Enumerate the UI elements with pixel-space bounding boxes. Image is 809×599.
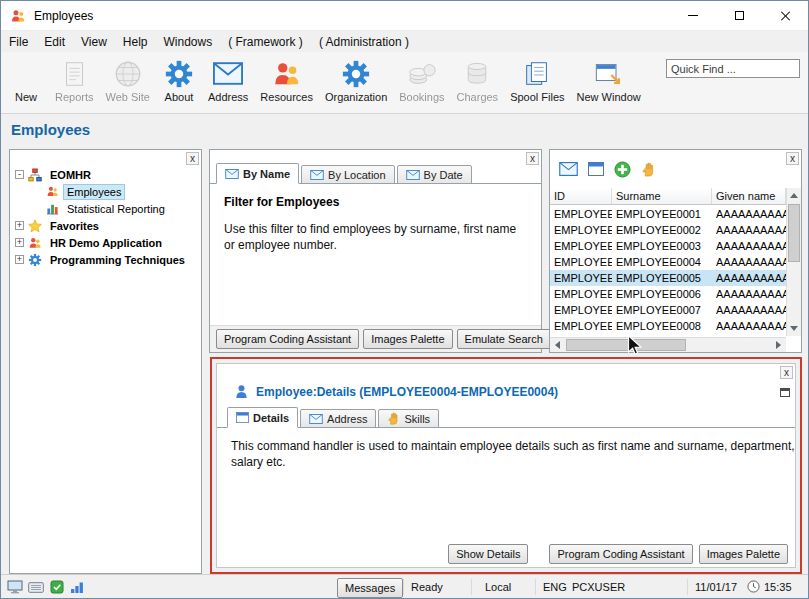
details-description: This command handler is used to maintain… <box>231 438 796 470</box>
new-window-icon <box>593 57 624 90</box>
close-button[interactable] <box>762 1 808 30</box>
toolbar-new-window-button[interactable]: New Window <box>571 56 647 104</box>
status-language: ENG <box>543 581 567 593</box>
table-row[interactable]: EMPLOYEE... EMPLOYEE0004 AAAAAAAAAAA <box>550 254 786 270</box>
table-row[interactable]: EMPLOYEE... EMPLOYEE0007 AAAAAAAAAAA <box>550 302 786 318</box>
toolbar-web-site-button: Web Site <box>100 56 156 104</box>
expand-icon[interactable]: + <box>15 255 24 264</box>
monitor-icon[interactable] <box>7 580 23 594</box>
scroll-left-button[interactable] <box>550 338 565 352</box>
tree-item-employees[interactable]: Employees <box>10 183 201 200</box>
cell-id: EMPLOYEE... <box>550 254 612 270</box>
minimize-button[interactable] <box>670 1 716 30</box>
toolbar-about-button[interactable]: About <box>156 56 202 104</box>
table-row[interactable]: EMPLOYEE... EMPLOYEE0006 AAAAAAAAAAA <box>550 286 786 302</box>
toolbar-organization-button[interactable]: Organization <box>319 56 393 104</box>
details-images-palette-button[interactable]: Images Palette <box>699 544 788 564</box>
table-row[interactable]: EMPLOYEE... EMPLOYEE0003 AAAAAAAAAAA <box>550 238 786 254</box>
toolbar-new-button[interactable]: New <box>3 56 49 104</box>
column-header-given-name[interactable]: Given name <box>712 188 786 204</box>
scroll-down-button[interactable] <box>787 321 801 336</box>
tree-item-hr-demo-application[interactable]: + HR Demo Application <box>10 234 201 251</box>
window-icon[interactable] <box>588 162 604 176</box>
tab-by-location[interactable]: By Location <box>301 165 394 184</box>
mail-icon[interactable] <box>559 162 578 176</box>
person-icon <box>234 384 249 399</box>
horizontal-scrollbar[interactable] <box>550 337 786 352</box>
globe-icon <box>113 57 143 90</box>
cell-surname: EMPLOYEE0001 <box>612 206 712 222</box>
toolbar-resources-button[interactable]: Resources <box>254 56 319 104</box>
status-ready: Ready <box>411 581 443 593</box>
navigation-panel: x - EOMHR Employees Statistical Reportin… <box>9 149 202 574</box>
tab-details[interactable]: Details <box>227 407 298 428</box>
skills-hand-icon[interactable] <box>641 162 656 177</box>
reports-icon <box>59 57 89 90</box>
details-program-coding-assistant-button[interactable]: Program Coding Assistant <box>549 544 692 564</box>
quick-find-input[interactable] <box>666 59 800 78</box>
menu-administration[interactable]: ( Administration ) <box>311 33 417 51</box>
toolbar-spool-files-button[interactable]: Spool Files <box>504 56 570 104</box>
cell-surname: EMPLOYEE0006 <box>612 286 712 302</box>
close-icon[interactable]: x <box>186 152 199 165</box>
expand-icon[interactable]: + <box>15 238 24 247</box>
sort-bars-icon[interactable] <box>70 580 84 594</box>
details-panel: x Employee:Details (EMPLOYEE0004-EMPLOYE… <box>210 357 802 574</box>
filter-panel: x By Name By Location By Date Filter for… <box>209 149 542 353</box>
vertical-scroll-thumb[interactable] <box>788 204 800 262</box>
employees-icon <box>46 185 59 198</box>
tab-by-date[interactable]: By Date <box>397 165 472 184</box>
cell-id: EMPLOYEE... <box>550 318 612 334</box>
status-date: 11/01/17 <box>695 581 737 593</box>
menu-view[interactable]: View <box>73 33 115 51</box>
close-icon[interactable]: x <box>526 152 539 165</box>
table-row[interactable]: EMPLOYEE... EMPLOYEE0002 AAAAAAAAAAA <box>550 222 786 238</box>
tree-item-favorites[interactable]: + Favorites <box>10 217 201 234</box>
menu-edit[interactable]: Edit <box>36 33 73 51</box>
add-employee-icon[interactable] <box>614 161 631 178</box>
program-coding-assistant-button[interactable]: Program Coding Assistant <box>216 329 359 349</box>
close-icon[interactable]: x <box>780 366 793 379</box>
tab-label: By Location <box>328 169 385 181</box>
close-icon[interactable]: x <box>786 152 799 165</box>
messages-button[interactable]: Messages <box>337 578 403 598</box>
toolbar-address-button[interactable]: Address <box>202 56 254 104</box>
details-tabs: Details Address Skills <box>227 407 441 428</box>
details-title: Employee:Details (EMPLOYEE0004-EMPLOYEE0… <box>256 385 558 399</box>
tab-by-name[interactable]: By Name <box>216 163 299 184</box>
toolbar-label: Reports <box>55 91 94 103</box>
tree-item-label: Statistical Reporting <box>63 201 169 217</box>
maximize-button[interactable] <box>716 1 762 30</box>
emulate-search-button[interactable]: Emulate Search <box>457 329 551 349</box>
tree-item-eomhr[interactable]: - EOMHR <box>10 166 201 183</box>
toolbar-label: Address <box>208 91 248 103</box>
keyboard-icon[interactable] <box>28 582 44 593</box>
scroll-right-button[interactable] <box>771 338 786 352</box>
column-header-surname[interactable]: Surname <box>612 188 712 204</box>
menu-bar: File Edit View Help Windows ( Framework … <box>1 31 808 52</box>
table-row[interactable]: EMPLOYEE... EMPLOYEE0008 AAAAAAAAAAA <box>550 318 786 334</box>
show-details-button[interactable]: Show Details <box>448 544 528 564</box>
cell-id: EMPLOYEE... <box>550 302 612 318</box>
collapse-icon[interactable]: - <box>15 170 24 179</box>
tab-skills[interactable]: Skills <box>378 409 439 428</box>
menu-help[interactable]: Help <box>115 33 156 51</box>
column-header-id[interactable]: ID <box>550 188 612 204</box>
navigation-tree: - EOMHR Employees Statistical Reporting … <box>10 166 201 268</box>
tree-item-statistical-reporting[interactable]: Statistical Reporting <box>10 200 201 217</box>
table-row[interactable]: EMPLOYEE... EMPLOYEE0001 AAAAAAAAAAA <box>550 206 786 222</box>
cell-given-name: AAAAAAAAAAA <box>712 318 786 334</box>
table-row-selected[interactable]: EMPLOYEE... EMPLOYEE0005 AAAAAAAAAAA <box>550 270 786 286</box>
tab-address[interactable]: Address <box>300 409 376 428</box>
images-palette-button[interactable]: Images Palette <box>363 329 452 349</box>
status-check-icon[interactable] <box>50 580 64 594</box>
tree-item-programming-techniques[interactable]: + Programming Techniques <box>10 251 201 268</box>
vertical-scrollbar[interactable] <box>786 188 801 336</box>
scroll-up-button[interactable] <box>787 188 801 203</box>
menu-framework[interactable]: ( Framework ) <box>220 33 311 51</box>
restore-window-icon[interactable] <box>780 388 790 397</box>
menu-windows[interactable]: Windows <box>156 33 221 51</box>
menu-file[interactable]: File <box>1 33 36 51</box>
cell-id: EMPLOYEE... <box>550 222 612 238</box>
expand-icon[interactable]: + <box>15 221 24 230</box>
